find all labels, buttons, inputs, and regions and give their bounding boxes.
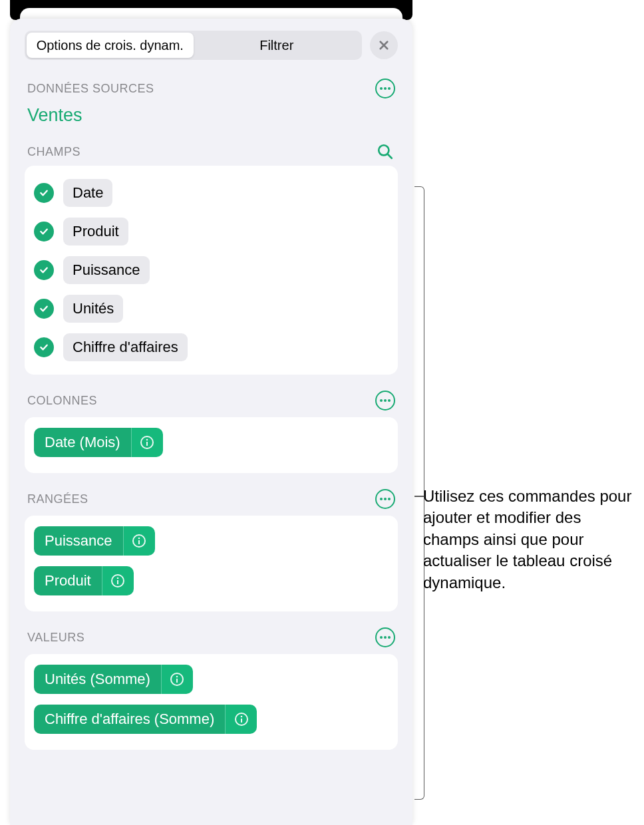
row-pill-puissance[interactable]: Puissance (34, 526, 155, 556)
svg-rect-7 (138, 540, 140, 544)
svg-point-6 (138, 538, 140, 540)
field-item-puissance[interactable]: Puissance (34, 251, 389, 289)
field-item-unites[interactable]: Unités (34, 289, 389, 328)
svg-point-9 (117, 578, 119, 579)
ellipsis-icon (380, 636, 391, 639)
value-pill-chiffre[interactable]: Chiffre d'affaires (Somme) (34, 705, 257, 734)
source-data-more-button[interactable] (375, 79, 395, 98)
pill-info-button[interactable] (123, 526, 155, 556)
columns-more-button[interactable] (375, 391, 395, 411)
ellipsis-icon (380, 87, 391, 90)
panel-header: Options de crois. dynam. Filtrer (25, 31, 398, 60)
search-icon (377, 143, 394, 160)
source-data-header: DONNÉES SOURCES (25, 79, 398, 98)
svg-point-15 (240, 716, 242, 718)
pivot-options-panel: Options de crois. dynam. Filtrer DONNÉES… (10, 19, 412, 825)
segmented-control: Options de crois. dynam. Filtrer (25, 31, 362, 60)
tab-filter[interactable]: Filtrer (194, 33, 361, 58)
fields-list: Date Produit Puissance Unités Chiffre d'… (25, 166, 398, 375)
tab-pivot-options[interactable]: Options de crois. dynam. (27, 33, 194, 58)
svg-line-1 (388, 154, 392, 158)
rows-section: RANGÉES Puissance Produit (25, 489, 398, 611)
values-label: VALEURS (27, 631, 84, 645)
pill-info-button[interactable] (131, 428, 163, 457)
value-pill-unites[interactable]: Unités (Somme) (34, 665, 193, 694)
fields-search-button[interactable] (375, 142, 395, 162)
field-chip: Chiffre d'affaires (63, 333, 188, 361)
callout-bracket (404, 186, 424, 800)
callout-text: Utilisez ces commandes pour ajouter et m… (423, 486, 636, 593)
pill-label: Puissance (34, 526, 123, 556)
pill-label: Produit (34, 566, 102, 595)
columns-label: COLONNES (27, 394, 97, 408)
svg-rect-16 (241, 719, 242, 723)
ellipsis-icon (380, 399, 391, 402)
svg-rect-13 (176, 679, 178, 683)
source-table-name[interactable]: Ventes (25, 102, 398, 142)
field-chip: Date (63, 179, 112, 207)
svg-point-12 (176, 676, 178, 678)
field-item-date[interactable]: Date (34, 174, 389, 212)
field-chip: Unités (63, 295, 123, 323)
field-item-chiffre[interactable]: Chiffre d'affaires (34, 328, 389, 367)
info-icon (234, 711, 249, 727)
source-data-label: DONNÉES SOURCES (27, 82, 154, 96)
pill-label: Chiffre d'affaires (Somme) (34, 705, 225, 734)
pill-info-button[interactable] (102, 566, 134, 595)
svg-rect-4 (146, 442, 148, 446)
pill-info-button[interactable] (225, 705, 257, 734)
info-icon (110, 573, 126, 589)
column-pill-date[interactable]: Date (Mois) (34, 428, 163, 457)
row-pill-produit[interactable]: Produit (34, 566, 134, 595)
close-button[interactable] (370, 31, 398, 59)
svg-rect-10 (117, 580, 118, 584)
pill-info-button[interactable] (161, 665, 193, 694)
info-icon (169, 671, 185, 687)
values-section: VALEURS Unités (Somme) Chiffre d'affaire… (25, 627, 398, 750)
rows-more-button[interactable] (375, 489, 395, 509)
values-more-button[interactable] (375, 627, 395, 647)
info-icon (139, 434, 155, 450)
field-item-produit[interactable]: Produit (34, 212, 389, 251)
checkmark-icon (34, 222, 54, 242)
svg-point-3 (146, 439, 148, 441)
checkmark-icon (34, 260, 54, 280)
callout-leader-line (414, 496, 424, 497)
pill-label: Unités (Somme) (34, 665, 161, 694)
columns-section: COLONNES Date (Mois) (25, 391, 398, 473)
pill-label: Date (Mois) (34, 428, 131, 457)
ellipsis-icon (380, 498, 391, 500)
checkmark-icon (34, 183, 54, 203)
fields-header: CHAMPS (25, 142, 398, 162)
field-chip: Puissance (63, 256, 150, 284)
info-icon (131, 533, 147, 549)
checkmark-icon (34, 337, 54, 357)
checkmark-icon (34, 299, 54, 319)
close-icon (378, 39, 390, 51)
rows-label: RANGÉES (27, 492, 88, 506)
field-chip: Produit (63, 218, 128, 246)
fields-label: CHAMPS (27, 145, 80, 159)
